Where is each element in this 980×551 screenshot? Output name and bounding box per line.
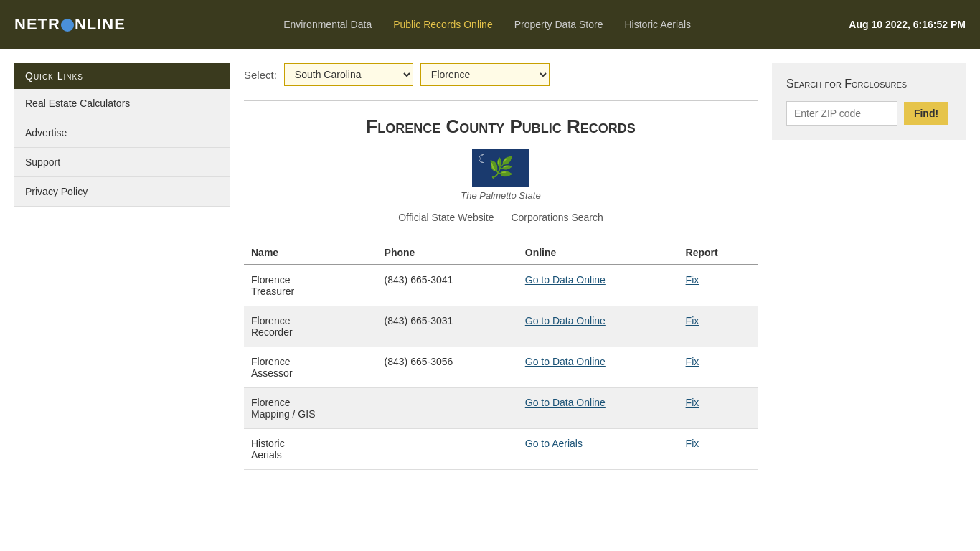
palmetto-icon: 🌿: [489, 156, 514, 179]
records-table: Name Phone Online Report FlorenceTreasur…: [244, 241, 758, 470]
table-row: HistoricAerials Go to Aerials Fix: [244, 429, 758, 470]
cell-name: HistoricAerials: [244, 429, 377, 470]
report-fix-link[interactable]: Fix: [686, 274, 699, 286]
right-sidebar: Search for Forclosures Find!: [772, 63, 966, 537]
selector-label: Select:: [244, 69, 277, 81]
cell-online: Go to Aerials: [518, 429, 679, 470]
cell-name: FlorenceRecorder: [244, 306, 377, 347]
col-phone: Phone: [377, 241, 518, 265]
nav-historic-aerials[interactable]: Historic Aerials: [624, 19, 691, 30]
report-fix-link[interactable]: Fix: [686, 397, 699, 408]
state-links: Official State Website Corporations Sear…: [244, 212, 758, 223]
report-fix-link[interactable]: Fix: [686, 315, 699, 326]
cell-report: Fix: [679, 429, 758, 470]
table-row: FlorenceTreasurer (843) 665-3041 Go to D…: [244, 265, 758, 306]
nav-environmental-data[interactable]: Environmental Data: [283, 19, 372, 30]
main-content: Select: South Carolina Florence Florence…: [244, 63, 758, 537]
online-link[interactable]: Go to Aerials: [525, 438, 583, 449]
online-link[interactable]: Go to Data Online: [525, 315, 606, 326]
find-button[interactable]: Find!: [904, 102, 948, 125]
sidebar-item-privacy-policy[interactable]: Privacy Policy: [14, 177, 230, 207]
datetime-display: Aug 10 2022, 6:16:52 PM: [849, 19, 966, 30]
table-row: FlorenceMapping / GIS Go to Data Online …: [244, 388, 758, 429]
report-fix-link[interactable]: Fix: [686, 438, 699, 449]
cell-online: Go to Data Online: [518, 306, 679, 347]
col-name: Name: [244, 241, 377, 265]
online-link[interactable]: Go to Data Online: [525, 397, 606, 408]
county-select[interactable]: Florence: [420, 63, 550, 86]
table-body: FlorenceTreasurer (843) 665-3041 Go to D…: [244, 265, 758, 470]
sidebar-item-support[interactable]: Support: [14, 148, 230, 177]
table-header-row: Name Phone Online Report: [244, 241, 758, 265]
cell-phone: [377, 388, 518, 429]
nav-property-data[interactable]: Property Data Store: [514, 19, 603, 30]
official-state-website-link[interactable]: Official State Website: [398, 212, 494, 223]
foreclosure-search: Find!: [786, 101, 951, 126]
top-divider: [244, 100, 758, 101]
sidebar-item-real-estate-calculators[interactable]: Real Estate Calculators: [14, 89, 230, 118]
cell-name: FlorenceAssessor: [244, 347, 377, 388]
flag-container: ☾ 🌿 The Palmetto State: [244, 149, 758, 201]
state-flag: ☾ 🌿: [472, 149, 529, 187]
table-row: FlorenceRecorder (843) 665-3031 Go to Da…: [244, 306, 758, 347]
cell-phone: (843) 665-3041: [377, 265, 518, 306]
flag-caption: The Palmetto State: [244, 190, 758, 201]
foreclosure-title: Search for Forclosures: [786, 77, 951, 90]
sidebar-item-advertise[interactable]: Advertise: [14, 118, 230, 148]
cell-report: Fix: [679, 306, 758, 347]
cell-name: FlorenceMapping / GIS: [244, 388, 377, 429]
cell-online: Go to Data Online: [518, 265, 679, 306]
cell-report: Fix: [679, 388, 758, 429]
state-select[interactable]: South Carolina: [284, 63, 413, 86]
selector-bar: Select: South Carolina Florence: [244, 63, 758, 86]
report-fix-link[interactable]: Fix: [686, 356, 699, 367]
quick-links-header: Quick Links: [14, 63, 230, 89]
crescent-icon: ☾: [478, 152, 488, 166]
cell-name: FlorenceTreasurer: [244, 265, 377, 306]
cell-report: Fix: [679, 347, 758, 388]
cell-phone: (843) 665-3056: [377, 347, 518, 388]
globe-icon: [61, 19, 74, 32]
col-online: Online: [518, 241, 679, 265]
table-row: FlorenceAssessor (843) 665-3056 Go to Da…: [244, 347, 758, 388]
cell-phone: (843) 665-3031: [377, 306, 518, 347]
sidebar: Quick Links Real Estate Calculators Adve…: [14, 63, 230, 537]
site-logo: NETRNLINE: [14, 15, 126, 34]
online-link[interactable]: Go to Data Online: [525, 274, 606, 286]
cell-phone: [377, 429, 518, 470]
cell-report: Fix: [679, 265, 758, 306]
county-heading: Florence County Public Records: [244, 116, 758, 138]
zip-input[interactable]: [786, 101, 897, 126]
foreclosure-box: Search for Forclosures Find!: [772, 63, 966, 140]
col-report: Report: [679, 241, 758, 265]
main-nav: Environmental Data Public Records Online…: [283, 19, 691, 30]
cell-online: Go to Data Online: [518, 388, 679, 429]
main-wrapper: Quick Links Real Estate Calculators Adve…: [0, 49, 980, 551]
online-link[interactable]: Go to Data Online: [525, 356, 606, 367]
nav-public-records[interactable]: Public Records Online: [393, 19, 493, 30]
site-header: NETRNLINE Environmental Data Public Reco…: [0, 0, 980, 49]
corporations-search-link[interactable]: Corporations Search: [511, 212, 603, 223]
cell-online: Go to Data Online: [518, 347, 679, 388]
